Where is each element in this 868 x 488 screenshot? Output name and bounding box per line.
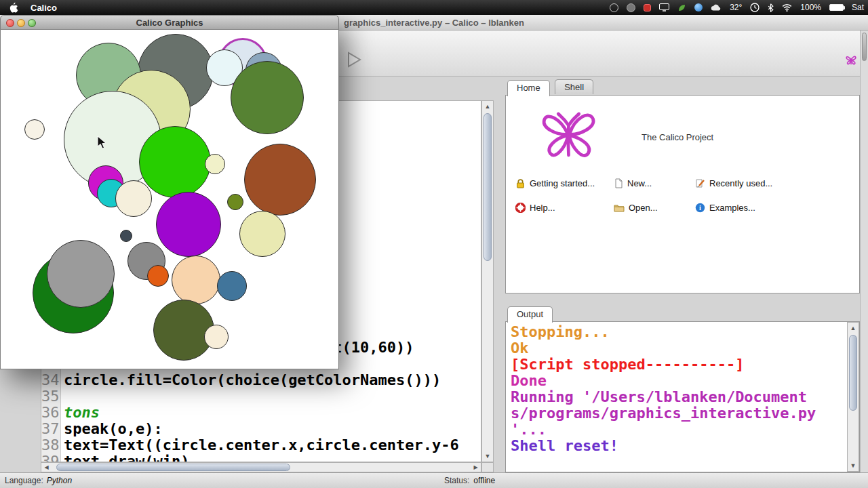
graphics-canvas[interactable] xyxy=(0,30,339,369)
menubar: Calico 32° 100% Sat xyxy=(0,0,868,15)
output-vertical-scrollbar[interactable]: ▲ ▼ xyxy=(847,322,859,472)
output-line: [Script stopped----------] xyxy=(511,357,844,373)
battery-percent-label[interactable]: 100% xyxy=(800,3,821,12)
battery-icon[interactable] xyxy=(829,4,844,11)
code-text xyxy=(62,388,64,405)
drawn-circle xyxy=(244,144,316,216)
recently-used-link[interactable]: Recently used... xyxy=(695,178,772,188)
tab-home[interactable]: Home xyxy=(507,80,550,96)
open-link[interactable]: Open... xyxy=(614,203,658,213)
zoom-button[interactable] xyxy=(28,19,36,27)
scroll-down-arrow[interactable]: ▼ xyxy=(482,451,493,462)
line-number: 36 xyxy=(41,405,62,421)
output-vscroll-thumb[interactable] xyxy=(849,335,857,411)
scroll-up-arrow[interactable]: ▲ xyxy=(848,323,859,333)
editor-hscroll-thumb[interactable] xyxy=(56,464,290,471)
recent-pencil-icon xyxy=(695,178,705,188)
display-icon[interactable] xyxy=(659,3,669,12)
weather-cloud-icon[interactable] xyxy=(711,4,722,11)
graphics-window-titlebar[interactable]: Calico Graphics xyxy=(0,15,339,30)
language-value: Python xyxy=(47,476,72,485)
code-line[interactable]: 35 xyxy=(41,388,481,405)
graphics-window-title: Calico Graphics xyxy=(136,18,203,28)
wifi-icon[interactable] xyxy=(782,4,792,12)
new-file-icon xyxy=(614,178,623,188)
drawn-circle xyxy=(231,61,304,134)
window-right-scrollbar[interactable] xyxy=(860,30,868,472)
help-lifering-icon xyxy=(515,203,526,213)
open-folder-icon xyxy=(614,203,625,212)
bluetooth-icon[interactable] xyxy=(768,3,774,12)
drawn-circle xyxy=(156,192,221,257)
scrollbar-corner xyxy=(481,462,494,472)
output-line: Done xyxy=(511,373,844,389)
leaf-icon[interactable] xyxy=(677,3,686,12)
code-line[interactable]: 38text=Text((circle.center.x,circle.cent… xyxy=(41,437,481,453)
editor-vscroll-thumb[interactable] xyxy=(484,113,492,261)
drawn-circle xyxy=(115,180,152,217)
code-line[interactable]: 36tons xyxy=(41,405,481,421)
scroll-left-arrow[interactable]: ◀ xyxy=(41,463,52,472)
window-right-scrollbar-thumb[interactable] xyxy=(862,33,867,61)
globe-icon[interactable] xyxy=(694,3,703,12)
home-panel: The Calico Project Getting started... Ne… xyxy=(505,95,860,293)
tab-output[interactable]: Output xyxy=(507,306,553,323)
examples-link[interactable]: i Examples... xyxy=(695,203,755,213)
code-text: tons xyxy=(62,405,100,421)
drawn-circle xyxy=(24,119,45,140)
scroll-right-arrow[interactable]: ▶ xyxy=(471,463,481,472)
line-number: 34 xyxy=(41,372,62,388)
time-machine-icon[interactable] xyxy=(610,3,618,12)
scroll-down-arrow[interactable]: ▼ xyxy=(848,460,859,471)
screen-record-icon[interactable] xyxy=(644,4,651,12)
line-number: 38 xyxy=(41,437,62,453)
statusbar: Language:Python Status:offline xyxy=(0,472,868,488)
help-link[interactable]: Help... xyxy=(515,203,555,213)
output-line: Ok xyxy=(511,340,844,357)
code-text: text=Text((circle.center.x,circle.center… xyxy=(62,437,459,453)
getting-started-link[interactable]: Getting started... xyxy=(515,178,595,188)
main-window-title: graphics_interactive.py – Calico – lblan… xyxy=(344,18,524,28)
close-button[interactable] xyxy=(6,19,14,27)
calico-butterfly-logo xyxy=(536,100,601,170)
clock-icon[interactable] xyxy=(750,3,760,12)
scroll-up-arrow[interactable]: ▲ xyxy=(482,101,493,112)
output-line: '... xyxy=(511,422,844,438)
camera-menu-icon[interactable] xyxy=(627,3,635,12)
new-link[interactable]: New... xyxy=(614,178,652,188)
tab-shell[interactable]: Shell xyxy=(555,79,593,94)
drawn-circle xyxy=(47,240,115,308)
menubar-day-label[interactable]: Sat xyxy=(852,3,864,12)
minimize-button[interactable] xyxy=(17,19,25,27)
language-label: Language: xyxy=(5,476,43,485)
run-button[interactable] xyxy=(347,52,362,68)
examples-info-icon: i xyxy=(695,203,705,213)
status-value: offline xyxy=(473,476,495,485)
output-tab-row: Output xyxy=(507,306,555,322)
drawn-circle xyxy=(227,194,243,210)
output-panel: Stopping...Ok[Script stopped----------]D… xyxy=(505,321,860,472)
drawn-circle xyxy=(147,265,169,287)
line-number: 35 xyxy=(41,388,62,405)
code-line[interactable]: 34circle.fill=Color(choice(getColorNames… xyxy=(41,372,481,388)
calico-butterfly-icon[interactable] xyxy=(845,54,857,69)
lock-icon xyxy=(515,178,526,188)
code-text: text.draw(win) xyxy=(62,453,189,462)
editor-horizontal-scrollbar[interactable]: ◀ ▶ xyxy=(41,462,481,472)
drawn-circle xyxy=(172,256,220,304)
output-line: Stopping... xyxy=(511,324,844,340)
drawn-circle xyxy=(217,271,247,301)
code-text: circle.fill=Color(choice(getColorNames()… xyxy=(62,372,441,388)
drawn-circle xyxy=(239,211,285,257)
code-line[interactable]: 37speak(o,e): xyxy=(41,421,481,437)
editor-vertical-scrollbar[interactable]: ▲ ▼ xyxy=(481,100,494,462)
line-number: 39 xyxy=(41,453,62,462)
apple-menu-icon[interactable] xyxy=(9,2,18,13)
output-line: s/programs/graphics_interactive.py xyxy=(511,405,844,422)
line-number: 37 xyxy=(41,421,62,437)
temperature-label[interactable]: 32° xyxy=(730,3,742,12)
output-lines[interactable]: Stopping...Ok[Script stopped----------]D… xyxy=(511,324,844,470)
drawn-circle xyxy=(204,325,229,349)
code-line[interactable]: 39text.draw(win) xyxy=(41,453,481,462)
menubar-app-name[interactable]: Calico xyxy=(31,3,57,13)
